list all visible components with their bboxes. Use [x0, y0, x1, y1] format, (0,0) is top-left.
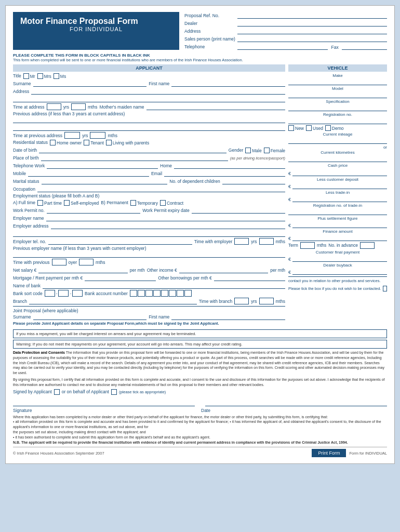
sort-box-3[interactable] [72, 290, 83, 297]
living-parents-cb[interactable] [106, 140, 112, 145]
acct-box-2[interactable] [138, 290, 145, 297]
no-advance-input[interactable] [360, 242, 375, 249]
home-input[interactable] [174, 162, 285, 169]
employer-name-input[interactable] [46, 215, 285, 221]
reg-tradein-input[interactable] [288, 208, 387, 215]
part-time-label[interactable]: Part time [37, 200, 62, 206]
living-parents-label[interactable]: Living with parents [106, 140, 149, 145]
tenant-cb[interactable] [84, 140, 89, 145]
sales-person-input[interactable] [237, 35, 387, 42]
time-prev-emp-mths[interactable] [79, 259, 94, 265]
time-prev-yrs-input[interactable] [64, 132, 80, 139]
prev-employer-input[interactable] [13, 251, 285, 258]
proposal-ref-input[interactable] [237, 12, 387, 19]
telephone-input[interactable] [237, 43, 328, 50]
marital-input[interactable] [42, 178, 168, 184]
female-cb[interactable] [264, 148, 270, 153]
other-income-input[interactable] [179, 267, 268, 273]
acct-box-6[interactable] [169, 290, 176, 297]
home-owner-label[interactable]: Home owner [50, 140, 82, 145]
other-borrowings-input[interactable] [214, 274, 285, 281]
net-salary-input[interactable] [38, 267, 127, 273]
sort-box-1[interactable] [45, 290, 55, 297]
contract-cb[interactable] [160, 200, 166, 206]
new-label[interactable]: New [288, 125, 304, 131]
make-input[interactable] [288, 78, 387, 85]
branch-input[interactable] [29, 298, 197, 304]
mr-checkbox[interactable] [23, 73, 29, 79]
model-input[interactable] [288, 91, 387, 98]
male-label[interactable]: Male [245, 148, 261, 153]
on-behalf-cb[interactable] [111, 389, 117, 395]
time-address-yrs-input[interactable] [47, 103, 61, 110]
surname-input[interactable] [33, 80, 147, 87]
home-owner-cb[interactable] [50, 140, 56, 145]
time-prev-emp-val[interactable] [52, 259, 66, 265]
tradein-input[interactable] [292, 195, 387, 202]
acct-box-3[interactable] [145, 290, 153, 297]
employer-tel-input[interactable] [48, 238, 192, 245]
pob-input[interactable] [41, 154, 228, 161]
term-input[interactable] [300, 242, 315, 249]
spec-input[interactable] [288, 104, 387, 111]
title-mr[interactable]: Mr [23, 73, 35, 79]
deposit-input[interactable] [292, 182, 387, 189]
bank-name-input[interactable] [43, 282, 285, 289]
female-label[interactable]: Female [264, 148, 285, 153]
used-label[interactable]: Used [306, 125, 323, 131]
address-input[interactable] [31, 88, 285, 95]
self-emp-cb[interactable] [64, 200, 70, 206]
acct-box-8[interactable] [184, 290, 192, 297]
fax-input[interactable] [342, 43, 387, 50]
occupation-input[interactable] [37, 185, 285, 192]
dep-children-input[interactable] [222, 178, 285, 184]
time-employer-mths[interactable] [259, 238, 274, 245]
dealer-input[interactable] [237, 20, 387, 26]
demo-label[interactable]: Demo [325, 125, 344, 131]
address-input2[interactable] [13, 96, 285, 102]
buyback-input[interactable] [292, 268, 387, 275]
sort-box-2[interactable] [58, 290, 69, 297]
finance-input[interactable] [292, 234, 387, 241]
cash-price-input[interactable] [292, 169, 387, 176]
time-branch-mths[interactable] [259, 298, 274, 304]
km-input[interactable] [288, 155, 387, 162]
first-name-input[interactable] [171, 80, 285, 87]
temporary-cb[interactable] [130, 200, 136, 206]
tenant-label[interactable]: Tenant [84, 140, 104, 145]
employer-addr-input2[interactable] [13, 230, 285, 237]
date-field[interactable] [205, 397, 387, 406]
print-button[interactable]: Print Form [312, 449, 346, 457]
demo-cb[interactable] [325, 125, 331, 131]
joint-surname-input[interactable] [33, 313, 147, 320]
acct-box-1[interactable] [130, 290, 137, 297]
time-address-mths-input[interactable] [71, 103, 86, 110]
tel-work-input[interactable] [47, 162, 158, 169]
male-cb[interactable] [245, 148, 251, 153]
address-header-input[interactable] [237, 28, 387, 34]
acct-box-5[interactable] [161, 290, 168, 297]
prev-address-input[interactable] [13, 116, 285, 123]
temporary-label[interactable]: Temporary [130, 200, 158, 206]
time-employer-yrs[interactable] [234, 238, 249, 245]
prev-address-input2[interactable] [13, 124, 285, 131]
signed-by-cb[interactable] [54, 389, 60, 395]
joint-first-name-input[interactable] [171, 313, 285, 320]
self-emp-label[interactable]: Self-employed [64, 200, 99, 206]
signature-field[interactable] [13, 397, 195, 406]
mrs-checkbox[interactable] [37, 73, 43, 79]
time-prev-mths-input[interactable] [90, 132, 105, 139]
mothers-maiden-input[interactable] [146, 103, 285, 110]
used-cb[interactable] [306, 125, 312, 131]
title-ms[interactable]: Ms [54, 73, 66, 79]
acct-box-7[interactable] [177, 290, 184, 297]
ms-checkbox[interactable] [54, 73, 59, 79]
final-input[interactable] [292, 255, 387, 262]
mortgage-input[interactable] [85, 274, 156, 281]
dob-input[interactable] [39, 147, 226, 153]
time-branch-yrs[interactable] [234, 298, 249, 304]
no-contact-cb[interactable] [383, 286, 387, 291]
settlement-input[interactable] [292, 221, 387, 228]
employer-addr-input[interactable] [51, 222, 285, 229]
email-input[interactable] [164, 170, 285, 177]
